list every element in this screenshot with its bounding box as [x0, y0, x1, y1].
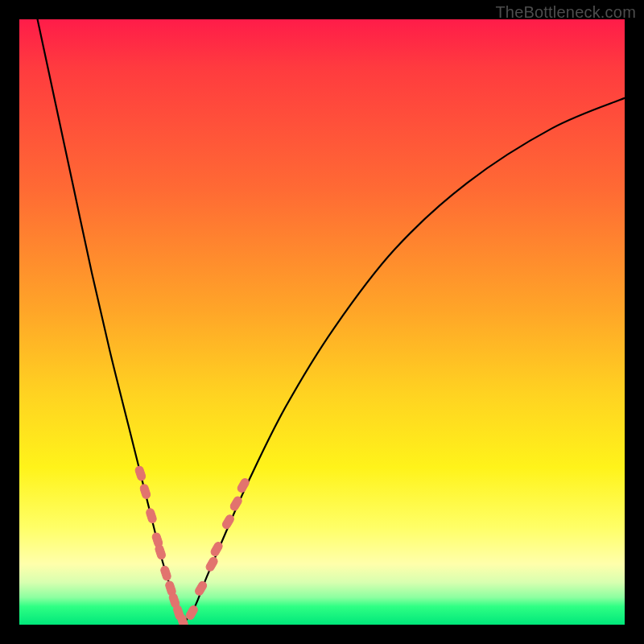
data-marker: [204, 556, 219, 573]
curve-right-branch: [183, 98, 625, 625]
watermark-text: TheBottleneck.com: [495, 3, 636, 22]
data-marker: [159, 565, 171, 581]
chart-frame: TheBottleneck.com: [0, 0, 644, 644]
data-marker: [134, 465, 147, 481]
data-marker: [145, 508, 157, 524]
chart-svg: [19, 19, 625, 625]
data-marker: [139, 483, 151, 499]
plot-area: [19, 19, 625, 625]
data-markers: [134, 465, 250, 625]
curve-left-branch: [38, 19, 183, 625]
data-marker: [155, 544, 167, 560]
data-marker: [194, 580, 208, 597]
